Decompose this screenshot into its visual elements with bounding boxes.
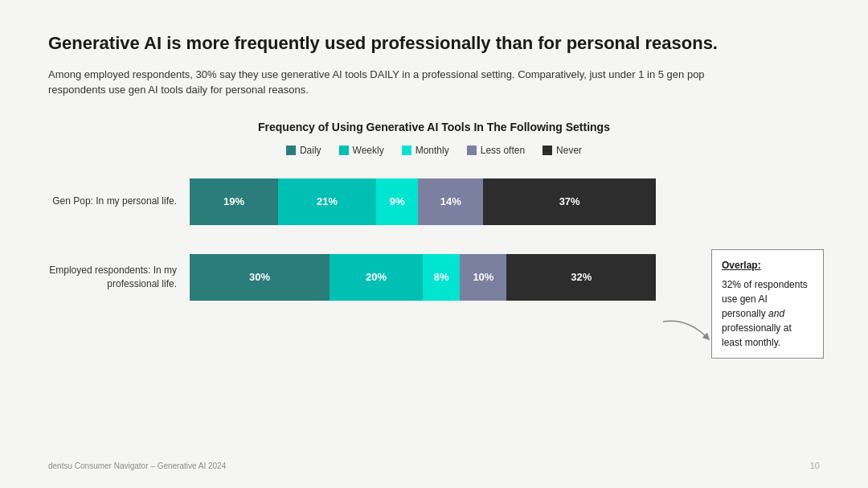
legend-item: Weekly xyxy=(339,145,384,156)
page-number: 10 xyxy=(810,461,820,470)
bar-segment: 10% xyxy=(460,254,506,301)
bar-segment: 8% xyxy=(423,254,460,301)
overlap-box: Overlap: 32% of respondents use gen AI p… xyxy=(711,249,824,359)
footer: dentsu Consumer Navigator – Generative A… xyxy=(48,461,226,470)
legend-label: Weekly xyxy=(353,145,384,156)
bar-row-label: Employed respondents: In my professional… xyxy=(48,264,177,291)
chart-section: Frequency of Using Generative AI Tools I… xyxy=(48,121,820,301)
arrow-icon xyxy=(663,314,711,346)
legend-swatch xyxy=(339,146,349,155)
bar-segment: 21% xyxy=(278,178,376,225)
bar-segment: 30% xyxy=(190,254,330,301)
overlap-text-part2: professionally at least monthly. xyxy=(722,322,792,348)
bar-segment: 9% xyxy=(376,178,418,225)
chart-area: Gen Pop: In my personal life.19%21%9%14%… xyxy=(48,178,820,301)
bar-row: Employed respondents: In my professional… xyxy=(48,254,820,301)
bar-segment: 20% xyxy=(330,254,423,301)
overlap-text-italic: and xyxy=(768,308,784,319)
bar-row-label: Gen Pop: In my personal life. xyxy=(48,195,177,208)
bar-segment: 32% xyxy=(506,254,656,301)
legend: Daily Weekly Monthly Less often Never xyxy=(48,145,820,156)
legend-item: Never xyxy=(542,145,582,156)
overlap-text-part1: 32% of respondents use gen AI personally xyxy=(722,279,808,319)
legend-swatch xyxy=(467,146,477,155)
legend-label: Never xyxy=(556,145,582,156)
bar-container: 30%20%8%10%32% xyxy=(190,254,656,301)
legend-item: Less often xyxy=(467,145,525,156)
chart-title: Frequency of Using Generative AI Tools I… xyxy=(48,121,820,133)
page: Generative AI is more frequently used pr… xyxy=(0,0,868,488)
legend-swatch xyxy=(402,146,411,155)
overlap-text: 32% of respondents use gen AI personally… xyxy=(722,277,813,350)
subtitle: Among employed respondents, 30% say they… xyxy=(48,67,739,98)
bar-row: Gen Pop: In my personal life.19%21%9%14%… xyxy=(48,178,820,225)
page-title: Generative AI is more frequently used pr… xyxy=(48,32,820,55)
legend-label: Monthly xyxy=(416,145,449,156)
legend-swatch xyxy=(286,146,296,155)
legend-item: Monthly xyxy=(402,145,449,156)
legend-swatch xyxy=(542,146,552,155)
bar-segment: 19% xyxy=(190,178,278,225)
legend-label: Daily xyxy=(300,145,321,156)
legend-item: Daily xyxy=(286,145,321,156)
bar-segment: 14% xyxy=(418,178,483,225)
overlap-title: Overlap: xyxy=(722,258,813,273)
bar-segment: 37% xyxy=(483,178,656,225)
legend-label: Less often xyxy=(481,145,525,156)
bar-container: 19%21%9%14%37% xyxy=(190,178,656,225)
